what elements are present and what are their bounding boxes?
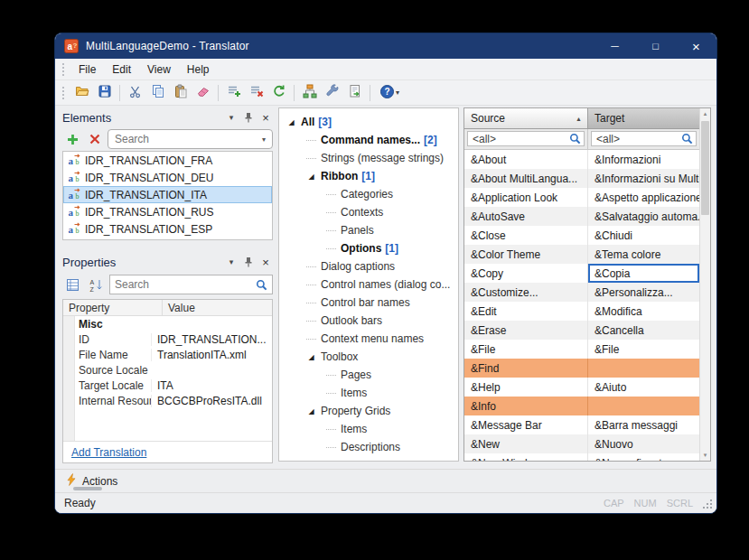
categorized-view-button[interactable] — [62, 275, 82, 294]
pin-icon[interactable] — [241, 110, 256, 125]
menu-view[interactable]: View — [139, 59, 179, 80]
pin-icon[interactable] — [241, 255, 256, 269]
table-row[interactable]: &New&Nuovo — [464, 434, 699, 453]
tree-item-dialog-captions[interactable]: Dialog captions — [279, 257, 458, 275]
property-row[interactable]: Source Locale — [63, 362, 272, 378]
export-button[interactable] — [343, 82, 366, 104]
table-row[interactable]: &Color Theme&Tema colore — [464, 245, 699, 264]
menu-help[interactable]: Help — [179, 59, 218, 80]
property-category[interactable]: Misc — [63, 316, 272, 331]
target-cell[interactable]: &Barra messaggi — [588, 415, 699, 434]
property-row[interactable]: Target LocaleITA — [63, 378, 272, 393]
target-cell[interactable]: &Aspetto applicazione — [588, 188, 699, 207]
source-cell[interactable]: &New Window... — [464, 453, 588, 461]
list-item[interactable]: abIDR_TRANSLATION_ESP — [63, 220, 272, 238]
tree-item-context-menu-names[interactable]: Context menu names — [279, 330, 458, 348]
save-button[interactable] — [93, 82, 116, 104]
scroll-down-icon[interactable]: ▾ — [700, 450, 710, 461]
table-row[interactable]: &Edit&Modifica — [464, 302, 699, 321]
source-cell[interactable]: &Find — [464, 359, 588, 378]
tree-item-descriptions[interactable]: Descriptions — [279, 438, 458, 456]
add-strings-button[interactable] — [222, 82, 245, 104]
source-cell[interactable]: &Info — [464, 397, 588, 415]
table-row[interactable]: &About MultiLangua...&Informazioni su Mu… — [464, 169, 699, 188]
expander-icon[interactable]: ◢ — [286, 117, 296, 127]
list-item-selected[interactable]: abIDR_TRANSLATION_ITA — [63, 186, 272, 203]
property-column-header[interactable]: Property — [63, 300, 163, 315]
menu-file[interactable]: File — [70, 59, 104, 80]
property-value[interactable]: ITA — [151, 379, 272, 392]
elements-search-input[interactable] — [115, 133, 262, 145]
list-item[interactable]: abIDR_TRANSLATION_DEU — [63, 169, 272, 186]
scrollbar-thumb[interactable] — [701, 121, 709, 215]
source-cell[interactable]: &Message Bar — [464, 415, 588, 434]
source-cell[interactable]: &About — [464, 150, 588, 169]
vertical-scrollbar[interactable]: ▴ ▾ — [699, 108, 710, 461]
tree-item-pages[interactable]: Pages — [279, 366, 458, 384]
sort-az-button[interactable]: AZ — [86, 275, 106, 294]
target-cell[interactable]: &Modifica — [588, 302, 699, 321]
resize-grip[interactable] — [703, 499, 712, 509]
expander-icon[interactable]: ◢ — [306, 352, 316, 362]
actions-bar[interactable]: Actions — [55, 469, 716, 492]
source-cell[interactable]: &Help — [464, 378, 588, 397]
list-item[interactable]: abIDR_TRANSLATION_RUS — [63, 203, 272, 220]
target-filter[interactable]: <all> — [591, 131, 697, 146]
search-icon[interactable] — [569, 133, 581, 145]
add-translation-button[interactable] — [62, 129, 82, 149]
tree-item-all[interactable]: ◢All[3] — [279, 113, 458, 131]
tree-item-categories[interactable]: Categories — [279, 185, 458, 203]
remove-translation-button[interactable] — [85, 129, 105, 149]
actions-tab-label[interactable]: Actions — [82, 475, 117, 488]
maximize-button[interactable]: □ — [635, 33, 676, 59]
dock-scroll-thumb[interactable] — [73, 487, 102, 490]
settings-button[interactable] — [321, 82, 343, 104]
tree-item-outlook-bars[interactable]: Outlook bars — [279, 312, 458, 330]
tree-item-control-bar-names[interactable]: Control bar names — [279, 294, 458, 312]
tree-item-strings[interactable]: Strings (message strings) — [279, 149, 458, 167]
source-column-header[interactable]: Source▲ — [464, 108, 588, 129]
source-filter[interactable]: <all> — [467, 131, 585, 146]
source-cell[interactable]: &Close — [464, 226, 588, 245]
expander-icon[interactable]: ◢ — [306, 406, 316, 416]
table-row[interactable]: &Close&Chiudi — [464, 226, 699, 245]
delete-strings-button[interactable] — [245, 82, 267, 104]
target-cell[interactable]: &Informazioni — [588, 150, 699, 169]
list-item[interactable]: abIDR_TRANSLATION_FRA — [63, 152, 272, 169]
property-row[interactable]: Internal Resource...BCGCBProResITA.dll — [63, 393, 272, 408]
target-cell[interactable]: &Aiuto — [588, 378, 699, 397]
table-row[interactable]: &Help&Aiuto — [464, 378, 699, 397]
tree-item-options[interactable]: Options[1] — [279, 239, 458, 257]
tree-item-panels[interactable]: Panels — [279, 221, 458, 239]
property-row[interactable]: File NameTranslationITA.xml — [63, 347, 272, 362]
source-cell[interactable]: &Edit — [464, 302, 588, 321]
elements-search-combo[interactable]: ▾ — [108, 129, 273, 149]
tree-item-control-names[interactable]: Control names (dialog co... — [279, 275, 458, 294]
target-cell[interactable]: &Nuova finestra... — [588, 453, 699, 461]
tree-item-grid-items[interactable]: Items — [279, 420, 458, 438]
property-value[interactable]: TranslationITA.xml — [151, 349, 272, 361]
target-cell[interactable]: &Nuovo — [588, 434, 699, 453]
source-cell[interactable]: &Copy — [464, 264, 588, 283]
open-button[interactable] — [70, 82, 93, 104]
property-row[interactable]: IDIDR_TRANSLATION... — [63, 331, 272, 347]
combo-arrow-icon[interactable]: ▾ — [262, 135, 266, 144]
source-cell[interactable]: &Color Theme — [464, 245, 588, 264]
copy-button[interactable] — [146, 82, 169, 104]
close-button[interactable]: × — [676, 33, 716, 59]
refresh-button[interactable] — [267, 82, 290, 104]
target-cell-editing[interactable]: &Copia — [588, 264, 699, 283]
tree-item-ribbon[interactable]: ◢Ribbon[1] — [279, 167, 458, 185]
source-cell[interactable]: &New — [464, 434, 588, 453]
table-row-editing[interactable]: &Copy&Copia — [464, 264, 699, 283]
target-cell[interactable]: &Cancella — [588, 321, 699, 340]
target-column-header[interactable]: Target — [588, 108, 699, 129]
panel-menu-icon[interactable]: ▾ — [224, 110, 239, 125]
property-value[interactable]: BCGCBProResITA.dll — [151, 395, 272, 407]
expander-icon[interactable]: ◢ — [306, 172, 316, 182]
minimize-button[interactable]: ─ — [595, 33, 635, 59]
search-icon[interactable] — [256, 279, 267, 291]
property-value[interactable]: IDR_TRANSLATION... — [151, 333, 272, 346]
source-cell[interactable]: &About MultiLangua... — [464, 169, 588, 188]
tree-item-toolbox[interactable]: ◢Toolbox — [279, 348, 458, 366]
